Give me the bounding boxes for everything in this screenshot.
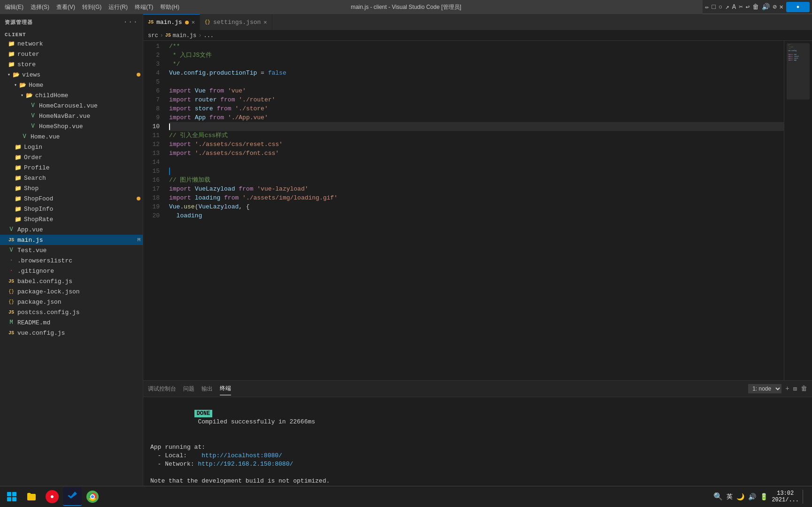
sidebar-title: 资源管理器 [5, 19, 33, 26]
add-terminal-button[interactable]: + [785, 385, 789, 392]
line-numbers: 1 2 3 4 5 6 7 8 9 10 11 12 13 14 [143, 41, 164, 380]
folder-icon: 📁 [14, 206, 22, 213]
chrome-taskbar-button[interactable] [83, 487, 102, 506]
menu-edit[interactable]: 编辑(E) [5, 3, 23, 11]
breadcrumb-file[interactable]: main.js [173, 32, 196, 39]
sidebar-item-app-vue[interactable]: V App.vue [0, 224, 143, 235]
file-icon: · [8, 257, 15, 264]
sidebar-item-package-lock[interactable]: {} package-lock.json [0, 286, 143, 297]
chevron-down-icon: ▾ [14, 82, 17, 88]
code-line-14 [169, 158, 784, 167]
json-icon: {} [8, 289, 15, 294]
menu-select[interactable]: 选择(S) [31, 3, 49, 11]
tab-problems[interactable]: 问题 [183, 383, 194, 395]
taskbar-lang[interactable]: 英 [727, 492, 733, 501]
sidebar-item-homenavbar[interactable]: V HomeNavBar.vue [0, 111, 143, 121]
sidebar-item-homecarousel[interactable]: V HomeCarousel.vue [0, 100, 143, 111]
circle-icon[interactable]: ○ [719, 3, 722, 11]
vue-icon: V [8, 226, 15, 233]
folder-icon: 📁 [14, 175, 22, 182]
chevron-down-icon: ▾ [21, 92, 23, 98]
sidebar-item-vue-config[interactable]: JS vue.config.js [0, 328, 143, 338]
sidebar-item-home-vue[interactable]: V Home.vue [0, 131, 143, 142]
code-line-7: import router from './router' [169, 95, 784, 104]
stop-icon[interactable]: ⊘ [773, 3, 776, 11]
title-bar: 编辑(E) 选择(S) 查看(V) 转到(G) 运行(R) 终端(T) 帮助(H… [0, 0, 812, 14]
sidebar-menu-button[interactable]: ··· [123, 18, 138, 26]
text-icon[interactable]: A [732, 3, 736, 11]
record-button[interactable]: ● [786, 2, 810, 12]
sidebar-item-router[interactable]: 📁 router [0, 49, 143, 59]
sidebar-item-login[interactable]: 📁 Login [0, 142, 143, 152]
sidebar-item-profile[interactable]: 📁 Profile [0, 162, 143, 173]
code-line-8: import store from './store' [169, 104, 784, 113]
sidebar-item-search[interactable]: 📁 Search [0, 173, 143, 183]
sidebar-item-home[interactable]: ▾ 📂 Home [0, 80, 143, 90]
menu-view[interactable]: 查看(V) [56, 3, 75, 11]
start-button[interactable] [2, 487, 21, 506]
breadcrumb-js-icon: JS [165, 33, 171, 38]
terminal-line-blank2 [150, 469, 805, 477]
sidebar-item-store[interactable]: 📁 store [0, 59, 143, 69]
tab-settings-json[interactable]: {} settings.json ✕ [200, 14, 272, 31]
scissors-icon[interactable]: ✂ [739, 3, 742, 11]
toolbar-close-icon[interactable]: ✕ [780, 3, 783, 11]
tab-close-button[interactable]: ✕ [263, 19, 267, 26]
sidebar-item-homeshop[interactable]: V HomeShop.vue [0, 121, 143, 131]
menu-bar[interactable]: 编辑(E) 选择(S) 查看(V) 转到(G) 运行(R) 终端(T) 帮助(H… [5, 3, 179, 11]
arrow-icon[interactable]: ↗ [725, 3, 729, 11]
tab-debug-console[interactable]: 调试控制台 [148, 383, 176, 395]
taskbar-search-icon[interactable]: 🔍 [713, 492, 723, 501]
kill-terminal-button[interactable]: 🗑 [801, 385, 807, 392]
sidebar-item-browserslistrc[interactable]: · .browserslistrc [0, 255, 143, 266]
pen-icon[interactable]: ✏ [705, 3, 709, 11]
sidebar-item-babel-config[interactable]: JS babel.config.js [0, 276, 143, 286]
sidebar-item-main-js[interactable]: JS main.js M [0, 235, 143, 245]
sidebar-item-readme[interactable]: M README.md [0, 317, 143, 328]
sidebar-item-network[interactable]: 📁 network [0, 38, 143, 49]
taskbar-volume[interactable]: 🔊 [748, 493, 756, 501]
menu-terminal[interactable]: 终端(T) [135, 3, 153, 11]
rect-icon[interactable]: □ [712, 3, 716, 11]
sidebar-item-postcss[interactable]: JS postcss.config.js [0, 307, 143, 317]
sidebar-item-gitignore[interactable]: · .gitignore [0, 266, 143, 276]
tab-output[interactable]: 输出 [201, 383, 213, 395]
taskbar-battery[interactable]: 🔋 [760, 493, 768, 501]
tab-main-js[interactable]: JS main.js ✕ [143, 14, 200, 31]
window-title: main.js - client - Visual Studio Code [管… [351, 3, 461, 11]
split-terminal-button[interactable]: ⊞ [793, 385, 797, 393]
sidebar-item-shopinfo[interactable]: 📁 ShopInfo [0, 204, 143, 214]
tab-terminal[interactable]: 终端 [220, 382, 231, 395]
vscode-taskbar-button[interactable] [63, 487, 82, 506]
code-line-16: // 图片懒加载 [169, 176, 784, 184]
code-editor[interactable]: 1 2 3 4 5 6 7 8 9 10 11 12 13 14 [143, 41, 812, 380]
sidebar-item-package-json[interactable]: {} package.json [0, 297, 143, 307]
sidebar-item-test-vue[interactable]: V Test.vue [0, 245, 143, 255]
taskbar-moon[interactable]: 🌙 [736, 493, 744, 501]
menu-goto[interactable]: 转到(G) [82, 3, 101, 11]
sidebar-item-childhome[interactable]: ▾ 📂 childHome [0, 90, 143, 100]
breadcrumb-src[interactable]: src [148, 32, 158, 39]
audio-icon[interactable]: 🔊 [762, 3, 770, 11]
localhost-link[interactable]: http://localhost:8080/ [201, 452, 282, 459]
menu-help[interactable]: 帮助(H) [160, 3, 179, 11]
file-explorer-button[interactable] [23, 487, 41, 506]
menu-run[interactable]: 运行(R) [108, 3, 128, 11]
sidebar-item-views[interactable]: ▾ 📂 views [0, 69, 143, 80]
delete-icon[interactable]: 🗑 [752, 3, 759, 11]
folder-taskbar-icon [26, 491, 38, 502]
app-icon-red[interactable]: ● [43, 487, 62, 506]
project-label: CLIENT [0, 30, 143, 38]
sidebar-item-shopfood[interactable]: 📁 ShopFood [0, 193, 143, 204]
network-link[interactable]: http://192.168.2.150:8080/ [198, 461, 293, 468]
sidebar-item-order[interactable]: 📁 Order [0, 152, 143, 162]
terminal-selector[interactable]: 1: node [748, 384, 781, 393]
show-desktop-button[interactable] [803, 490, 805, 504]
sidebar-item-shop[interactable]: 📁 Shop [0, 183, 143, 193]
undo-icon[interactable]: ↩ [746, 3, 750, 11]
sidebar-item-shoprate[interactable]: 📁 ShopRate [0, 214, 143, 224]
tab-close-button[interactable]: ✕ [192, 19, 195, 26]
taskbar-clock: 13:02 2021/... [772, 490, 799, 503]
tab-bar: JS main.js ✕ {} settings.json ✕ [143, 14, 812, 31]
tab-modified-badge [185, 21, 189, 24]
